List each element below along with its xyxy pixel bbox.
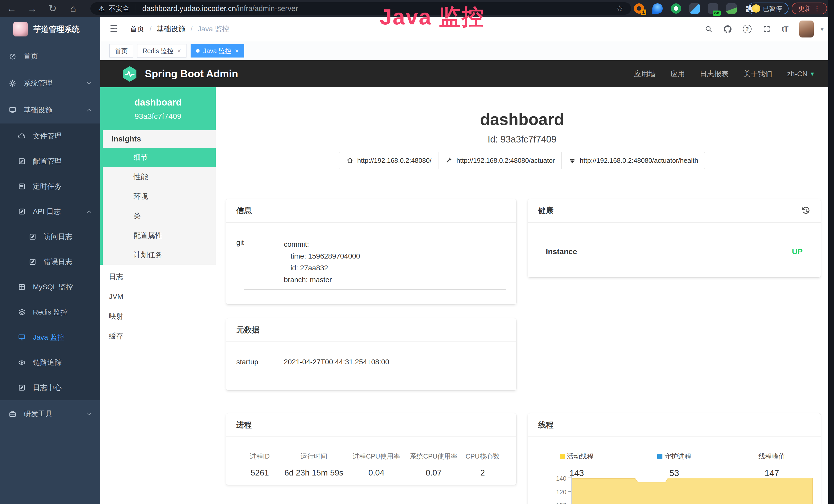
browser-back-icon[interactable]: ← [3, 0, 21, 17]
leaf-extension-icon[interactable] [726, 3, 737, 14]
green-extension-icon[interactable] [671, 3, 681, 14]
sba-content: dashboard Id: 93a3fc7f7409 http://192.16… [216, 87, 834, 504]
sba-locale-select[interactable]: zh-CN ▾ [787, 70, 814, 78]
sba-brand-title[interactable]: Spring Boot Admin [145, 68, 238, 79]
instance-actuator-link[interactable]: http://192.168.0.2:48080/actuator [438, 152, 562, 169]
insights-section-label: Insights [103, 130, 216, 147]
breadcrumb-infra[interactable]: 基础设施 [157, 24, 185, 34]
extension-icon[interactable]: 1 [634, 3, 644, 14]
briefcase-icon [9, 410, 17, 418]
list-icon [18, 183, 26, 190]
edit-icon [18, 384, 26, 392]
security-label[interactable]: 不安全 [109, 4, 136, 13]
tab-redis-monitor[interactable]: Redis 监控 × [137, 44, 186, 58]
user-menu-caret-icon[interactable]: ▾ [820, 25, 824, 33]
sidebar-item-system[interactable]: 系统管理 [0, 70, 100, 96]
menu-item-classes[interactable]: 类 [103, 206, 216, 226]
text-size-icon[interactable]: tT [782, 25, 788, 33]
url-host: dashboard.yudao.iocoder.cn [142, 4, 236, 13]
monitor-icon [9, 106, 17, 114]
url-path: /infra/admin-server [236, 4, 298, 13]
grid-extension-icon[interactable] [689, 3, 700, 14]
sidebar-item-mysql-monitor[interactable]: MySQL 监控 [0, 274, 100, 300]
address-bar[interactable]: ⚠ 不安全 dashboard.yudao.iocoder.cn /infra/… [90, 2, 631, 15]
menu-item-details[interactable]: 细节 [103, 147, 216, 167]
search-icon[interactable] [705, 25, 712, 33]
menu-item-logs[interactable]: 日志 [100, 267, 216, 287]
sidebar-item-redis-monitor[interactable]: Redis 监控 [0, 300, 100, 325]
browser-reload-icon[interactable]: ↻ [44, 0, 62, 17]
tab-java-monitor[interactable]: Java 监控 × [191, 44, 244, 58]
threads-area-chart: 140 120 100 [550, 475, 813, 504]
sidebar-item-access-logs[interactable]: 访问日志 [0, 224, 100, 249]
sidebar-item-file-manage[interactable]: 文件管理 [0, 123, 100, 148]
health-instance-row[interactable]: Instance UP [528, 247, 821, 256]
sba-nav-wallboard[interactable]: 应用墙 [634, 69, 656, 79]
user-avatar[interactable] [799, 21, 814, 38]
monitor-icon [18, 334, 26, 341]
close-icon[interactable]: × [235, 47, 239, 55]
extensions-row: 1 on [634, 0, 755, 17]
header-actions: ? tT ▾ [705, 21, 834, 38]
instance-home-link[interactable]: http://192.168.0.2:48080/ [339, 152, 438, 169]
browser-update-button[interactable]: 更新 ⋮ [792, 3, 827, 15]
sidebar-item-config-manage[interactable]: 配置管理 [0, 148, 100, 174]
bookmark-star-icon[interactable]: ☆ [616, 4, 623, 13]
menu-item-metrics[interactable]: 性能 [103, 167, 216, 187]
sidebar-item-log-center[interactable]: 日志中心 [0, 375, 100, 400]
startup-row: startup 2021-04-27T00:44:31.254+08:00 [226, 358, 516, 366]
browser-forward-icon[interactable]: → [23, 0, 41, 17]
fullscreen-icon[interactable] [763, 25, 771, 33]
cpu-cores-value: 2 [462, 468, 503, 478]
sidebar-item-java-monitor[interactable]: Java 监控 [0, 325, 100, 350]
close-icon[interactable]: × [177, 47, 181, 55]
cloud-icon [18, 132, 26, 140]
sidebar-item-tracing[interactable]: 链路追踪 [0, 350, 100, 375]
uptime-value: 6d 23h 15m 59s [281, 468, 347, 478]
instance-header[interactable]: dashboard 93a3fc7f7409 [100, 87, 216, 130]
profile-paused-badge[interactable]: 已暂停 [748, 3, 789, 15]
instance-health-link[interactable]: http://192.168.0.2:48080/actuator/health [562, 152, 705, 169]
app-logo-row[interactable]: 芋道管理系统 [0, 17, 100, 41]
github-icon[interactable] [724, 25, 731, 33]
pin-extension-icon[interactable] [652, 3, 663, 14]
peak-threads-stat: 线程峰值 147 [723, 452, 821, 478]
sba-nav-journal[interactable]: 日志报表 [700, 69, 729, 79]
chevron-down-icon [86, 80, 92, 87]
help-icon[interactable]: ? [743, 25, 751, 33]
page-title: dashboard [216, 110, 828, 129]
history-icon[interactable] [801, 206, 810, 215]
spring-boot-admin-frame: Spring Boot Admin 应用墙 应用 日志报表 关于我们 zh-CN… [100, 60, 834, 504]
git-commit-lines: commit: time: 1596289704000 id: 27aa832 … [284, 238, 360, 286]
menu-item-mappings[interactable]: 映射 [100, 306, 216, 326]
breadcrumb-home[interactable]: 首页 [130, 24, 144, 34]
security-warning-icon: ⚠ [98, 4, 105, 13]
sidebar-item-error-logs[interactable]: 错误日志 [0, 249, 100, 274]
sba-nav-applications[interactable]: 应用 [671, 69, 685, 79]
tab-home[interactable]: 首页 [109, 44, 133, 58]
menu-item-caches[interactable]: 缓存 [100, 326, 216, 346]
sidebar-item-dev-tools[interactable]: 研发工具 [0, 400, 100, 427]
menu-item-config-props[interactable]: 配置属性 [103, 226, 216, 245]
chevron-down-icon: ▾ [811, 70, 814, 78]
sidebar-item-scheduled-jobs[interactable]: 定时任务 [0, 174, 100, 199]
browser-home-icon[interactable]: ⌂ [64, 0, 82, 17]
menu-item-jvm[interactable]: JVM [100, 287, 216, 306]
process-id-value: 5261 [239, 468, 281, 478]
window-edge [828, 0, 834, 504]
sba-nav-links: 应用墙 应用 日志报表 关于我们 zh-CN ▾ [634, 69, 834, 79]
browser-menu-icon[interactable]: ⋮ [814, 5, 820, 13]
sidebar-collapse-icon[interactable] [109, 24, 119, 35]
sba-nav-about[interactable]: 关于我们 [744, 69, 772, 79]
menu-item-scheduled-tasks[interactable]: 计划任务 [103, 245, 216, 265]
process-table: 进程ID5261 运行时间6d 23h 15m 59s 进程CPU使用率0.04… [226, 452, 516, 478]
sidebar-item-home[interactable]: 首页 [0, 43, 100, 70]
heart-icon [568, 157, 576, 164]
dark-extension-icon[interactable]: on [708, 3, 718, 14]
sidebar-item-infra[interactable]: 基础设施 [0, 96, 100, 123]
sidebar-item-api-logs[interactable]: API 日志 [0, 199, 100, 224]
sidebar-submenu-infra: 文件管理 配置管理 定时任务 API 日志 访问日志 错误日志 [0, 123, 100, 400]
health-card: 健康 Instance UP [528, 199, 821, 277]
legend-live-icon [560, 454, 565, 459]
menu-item-environment[interactable]: 环境 [103, 187, 216, 206]
